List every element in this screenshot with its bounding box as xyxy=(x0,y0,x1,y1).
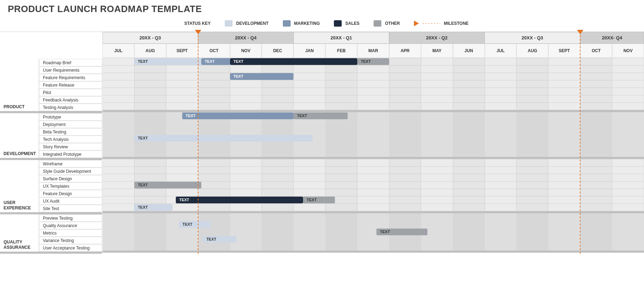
timeline-cell[interactable] xyxy=(453,228,485,236)
timeline-cell[interactable] xyxy=(453,73,485,80)
timeline-cell[interactable] xyxy=(548,159,580,166)
timeline-cell[interactable] xyxy=(166,80,198,88)
timeline-cell[interactable] xyxy=(485,58,517,65)
timeline-cell[interactable] xyxy=(516,112,548,120)
timeline-cell[interactable] xyxy=(134,73,166,80)
timeline-cell[interactable] xyxy=(453,103,485,110)
timeline-cell[interactable] xyxy=(453,58,485,65)
timeline-cell[interactable] xyxy=(325,65,357,73)
timeline-cell[interactable] xyxy=(293,243,325,251)
timeline-cell[interactable] xyxy=(485,228,517,236)
timeline-cell[interactable] xyxy=(485,134,517,142)
timeline-cell[interactable] xyxy=(198,166,230,174)
timeline-cell[interactable] xyxy=(612,112,644,120)
timeline-cell[interactable] xyxy=(453,134,485,142)
timeline-cell[interactable] xyxy=(580,112,612,120)
timeline-cell[interactable] xyxy=(580,213,612,221)
gantt-bar[interactable]: TEXT xyxy=(201,58,230,65)
timeline-cell[interactable] xyxy=(166,95,198,103)
timeline-cell[interactable] xyxy=(612,80,644,88)
timeline-cell[interactable] xyxy=(389,181,421,189)
timeline-cell[interactable] xyxy=(485,80,517,88)
timeline-cell[interactable] xyxy=(230,159,262,166)
timeline-cell[interactable] xyxy=(166,120,198,127)
timeline-cell[interactable] xyxy=(421,88,453,95)
timeline-cell[interactable] xyxy=(134,159,166,166)
timeline-cell[interactable] xyxy=(485,213,517,221)
timeline-cell[interactable] xyxy=(102,80,134,88)
timeline-cell[interactable] xyxy=(548,174,580,181)
gantt-bar[interactable]: TEXT xyxy=(376,229,427,235)
timeline-cell[interactable] xyxy=(325,80,357,88)
timeline-cell[interactable] xyxy=(230,142,262,149)
timeline-cell[interactable] xyxy=(134,142,166,149)
timeline-cell[interactable] xyxy=(230,189,262,196)
timeline-cell[interactable] xyxy=(453,204,485,211)
timeline-cell[interactable] xyxy=(516,120,548,127)
timeline-cell[interactable] xyxy=(102,221,134,228)
timeline-cell[interactable] xyxy=(421,142,453,149)
timeline-cell[interactable] xyxy=(389,213,421,221)
timeline-cell[interactable] xyxy=(580,228,612,236)
timeline-cell[interactable] xyxy=(516,159,548,166)
timeline-cell[interactable] xyxy=(485,181,517,189)
timeline-cell[interactable] xyxy=(421,159,453,166)
timeline-cell[interactable] xyxy=(230,174,262,181)
timeline-cell[interactable] xyxy=(612,103,644,110)
timeline-cell[interactable] xyxy=(516,134,548,142)
timeline-cell[interactable] xyxy=(548,228,580,236)
timeline-cell[interactable] xyxy=(357,73,389,80)
timeline-cell[interactable] xyxy=(389,221,421,228)
timeline-cell[interactable] xyxy=(453,112,485,120)
timeline-cell[interactable] xyxy=(485,236,517,243)
gantt-bar[interactable]: TEXT xyxy=(134,135,313,142)
timeline-cell[interactable] xyxy=(230,120,262,127)
timeline-cell[interactable] xyxy=(580,181,612,189)
timeline-cell[interactable] xyxy=(357,159,389,166)
timeline-cell[interactable] xyxy=(548,149,580,157)
timeline-cell[interactable] xyxy=(389,159,421,166)
timeline-cell[interactable] xyxy=(325,236,357,243)
timeline-cell[interactable] xyxy=(166,213,198,221)
timeline-cell[interactable] xyxy=(102,166,134,174)
timeline-cell[interactable] xyxy=(325,166,357,174)
gantt-bar[interactable]: TEXT xyxy=(182,112,294,119)
timeline-cell[interactable] xyxy=(102,120,134,127)
timeline-cell[interactable] xyxy=(485,221,517,228)
timeline-cell[interactable] xyxy=(357,221,389,228)
timeline-cell[interactable] xyxy=(102,149,134,157)
timeline-cell[interactable] xyxy=(516,189,548,196)
timeline-cell[interactable] xyxy=(421,189,453,196)
timeline-cell[interactable] xyxy=(485,166,517,174)
timeline-cell[interactable] xyxy=(389,80,421,88)
timeline-cell[interactable] xyxy=(548,196,580,204)
timeline-cell[interactable] xyxy=(325,134,357,142)
timeline-cell[interactable] xyxy=(612,243,644,251)
timeline-cell[interactable] xyxy=(421,127,453,134)
timeline-cell[interactable] xyxy=(293,189,325,196)
timeline-cell[interactable] xyxy=(580,166,612,174)
timeline-cell[interactable] xyxy=(198,95,230,103)
timeline-cell[interactable] xyxy=(102,196,134,204)
timeline-cell[interactable] xyxy=(102,112,134,120)
timeline-cell[interactable] xyxy=(389,174,421,181)
timeline-cell[interactable] xyxy=(453,159,485,166)
gantt-bar[interactable]: TEXT xyxy=(230,73,294,80)
timeline-cell[interactable] xyxy=(357,174,389,181)
timeline-cell[interactable] xyxy=(453,221,485,228)
timeline-cell[interactable] xyxy=(580,174,612,181)
timeline-cell[interactable] xyxy=(548,88,580,95)
timeline-cell[interactable] xyxy=(166,236,198,243)
timeline-cell[interactable] xyxy=(580,236,612,243)
timeline-cell[interactable] xyxy=(357,196,389,204)
timeline-cell[interactable] xyxy=(357,142,389,149)
timeline-cell[interactable] xyxy=(357,213,389,221)
timeline-cell[interactable] xyxy=(325,243,357,251)
timeline-cell[interactable] xyxy=(262,80,293,88)
timeline-cell[interactable] xyxy=(485,95,517,103)
timeline-cell[interactable] xyxy=(357,189,389,196)
timeline-cell[interactable] xyxy=(389,58,421,65)
timeline-cell[interactable] xyxy=(198,204,230,211)
timeline-cell[interactable] xyxy=(485,112,517,120)
timeline-cell[interactable] xyxy=(421,58,453,65)
